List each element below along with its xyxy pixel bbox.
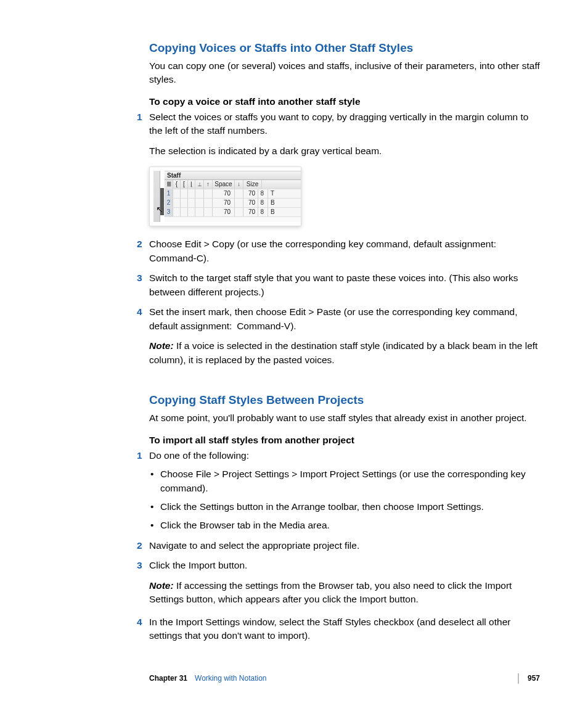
bullet-item: Choose File > Project Settings > Import … bbox=[149, 467, 544, 495]
step-4: 4 Set the insert mark, then choose Edit … bbox=[149, 305, 544, 367]
col-up-arrow-icon: ↑ bbox=[204, 180, 213, 189]
row-space2: 70 bbox=[243, 189, 258, 198]
step-text: Do one of the following: bbox=[149, 450, 249, 461]
step-body: Do one of the following: Choose File > P… bbox=[149, 449, 544, 533]
figure-margin-column bbox=[153, 171, 160, 222]
step-text: In the Import Settings window, select th… bbox=[149, 615, 544, 643]
step-subtext: The selection is indicated by a dark gra… bbox=[149, 144, 544, 158]
figure-staff-selection: ↖ Staff ≣ { [ ⌊ ⟂ ↑ Space ↓ Size 1 bbox=[149, 166, 544, 226]
col-brace-icon: { bbox=[173, 180, 181, 189]
step-number: 4 bbox=[137, 615, 142, 629]
step-2: 2 Navigate to and select the appropriate… bbox=[149, 539, 544, 552]
step-number: 1 bbox=[137, 449, 142, 462]
row-space1: 70 bbox=[213, 189, 235, 198]
step-body: Set the insert mark, then choose Edit > … bbox=[149, 305, 544, 367]
bullet-item: Click the Browser tab in the Media area. bbox=[149, 519, 544, 532]
row-size: 8 bbox=[258, 208, 268, 216]
col-down-arrow-icon: ↓ bbox=[235, 180, 243, 189]
col-bracket1-icon: [ bbox=[181, 180, 188, 189]
col-bracket3-icon: ⟂ bbox=[195, 180, 204, 189]
page: Copying Voices or Staffs into Other Staf… bbox=[0, 0, 588, 706]
page-number: 957 bbox=[518, 673, 540, 684]
step-text: Set the insert mark, then choose Edit > … bbox=[149, 306, 518, 330]
step-text: Click the Import button. bbox=[149, 560, 247, 570]
note-label: Note: bbox=[149, 340, 174, 351]
step-1: 1 Do one of the following: Choose File >… bbox=[149, 449, 544, 533]
section-heading-copy-voices: Copying Voices or Staffs into Other Staf… bbox=[149, 39, 544, 57]
row-size: 8 bbox=[258, 199, 268, 207]
step-number: 4 bbox=[137, 305, 142, 319]
step-text: Switch to the target staff style that yo… bbox=[149, 271, 544, 299]
step-3: 3 Click the Import button. Note: If acce… bbox=[149, 559, 544, 606]
content-column: Copying Voices or Staffs into Other Staf… bbox=[149, 39, 544, 643]
row-space2: 70 bbox=[243, 208, 258, 216]
col-space-label: Space bbox=[213, 180, 235, 189]
row-space1: 70 bbox=[213, 208, 235, 216]
step-number: 2 bbox=[137, 539, 142, 552]
section1-intro: You can copy one (or several) voices and… bbox=[149, 59, 544, 87]
figure-row-2: 2 70 70 8 B bbox=[165, 199, 301, 208]
row-last: B bbox=[268, 199, 280, 207]
step-body: Select the voices or staffs you want to … bbox=[149, 110, 544, 158]
page-footer: Chapter 31 Working with Notation 957 bbox=[149, 673, 540, 684]
row-last: B bbox=[268, 208, 280, 216]
figure-tab-staff: Staff bbox=[165, 171, 301, 180]
note-label: Note: bbox=[149, 580, 174, 591]
procedure-label-copy-voice: To copy a voice or staff into another st… bbox=[149, 95, 544, 109]
step-2: 2 Choose Edit > Copy (or use the corresp… bbox=[149, 237, 544, 265]
step-number: 2 bbox=[137, 237, 142, 251]
col-size-label: Size bbox=[243, 180, 262, 189]
chapter-title: Working with Notation bbox=[195, 673, 267, 684]
step-note: Note: If a voice is selected in the dest… bbox=[149, 339, 544, 367]
step-text: Navigate to and select the appropriate p… bbox=[149, 539, 544, 552]
figure-window: ↖ Staff ≣ { [ ⌊ ⟂ ↑ Space ↓ Size 1 bbox=[149, 166, 301, 226]
row-space2: 70 bbox=[243, 199, 258, 207]
procedure-label-import-styles: To import all staff styles from another … bbox=[149, 433, 544, 447]
chapter-label: Chapter 31 bbox=[149, 673, 187, 684]
step-note: Note: If accessing the settings from the… bbox=[149, 579, 544, 607]
figure-selection-beam bbox=[160, 188, 164, 215]
note-text: If a voice is selected in the destinatio… bbox=[149, 340, 537, 364]
figure-header-row: ≣ { [ ⌊ ⟂ ↑ Space ↓ Size bbox=[165, 180, 301, 189]
row-last: T bbox=[268, 189, 280, 198]
row-number: 1 bbox=[165, 189, 173, 198]
section2-intro: At some point, you'll probably want to u… bbox=[149, 411, 544, 425]
figure-row-3: 3 70 70 8 B bbox=[165, 208, 301, 217]
col-menu-icon: ≣ bbox=[165, 180, 173, 189]
step-number: 1 bbox=[137, 110, 142, 124]
section-heading-copy-styles: Copying Staff Styles Between Projects bbox=[149, 392, 544, 409]
step-1: 1 Select the voices or staffs you want t… bbox=[149, 110, 544, 158]
row-space1: 70 bbox=[213, 199, 235, 207]
row-number: 2 bbox=[165, 199, 173, 207]
col-bracket2-icon: ⌊ bbox=[188, 180, 195, 189]
figure-empty-row bbox=[165, 217, 301, 222]
row-size: 8 bbox=[258, 189, 268, 198]
bullet-item: Click the Settings button in the Arrange… bbox=[149, 500, 544, 514]
step-3: 3 Switch to the target staff style that … bbox=[149, 271, 544, 299]
step-number: 3 bbox=[137, 559, 142, 572]
step-text: Select the voices or staffs you want to … bbox=[149, 112, 528, 136]
row-number: 3 bbox=[165, 208, 173, 216]
step-text: Choose Edit > Copy (or use the correspon… bbox=[149, 237, 544, 265]
step-number: 3 bbox=[137, 271, 142, 285]
step-4: 4 In the Import Settings window, select … bbox=[149, 615, 544, 643]
figure-row-1: 1 70 70 8 T bbox=[165, 189, 301, 199]
note-text: If accessing the settings from the Brows… bbox=[149, 580, 512, 604]
col-last bbox=[262, 180, 274, 189]
step-body: Click the Import button. Note: If access… bbox=[149, 559, 544, 606]
